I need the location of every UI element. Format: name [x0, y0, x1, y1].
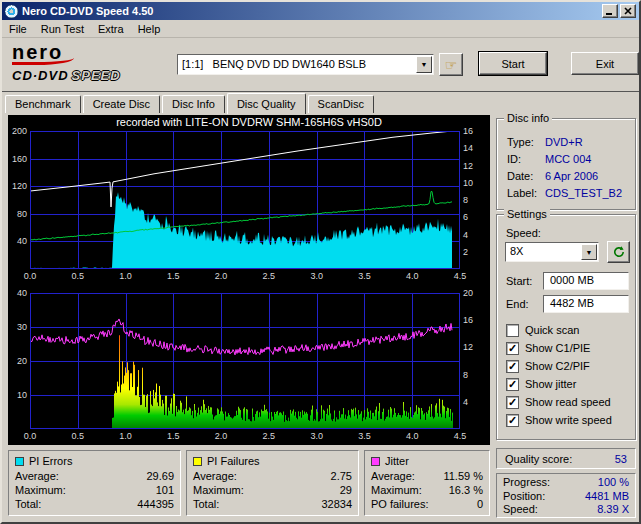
legend-row: PO failures:0 — [371, 497, 483, 511]
window-titlebar[interactable]: Nero CD-DVD Speed 4.50 — [2, 2, 639, 20]
disc-info-value: DVD+R — [545, 135, 583, 149]
pi-failures-legend: PI Failures Average:2.75 Maximum:29 Tota… — [186, 450, 359, 516]
pif-x-axis: 0.00.51.01.52.02.53.03.54.04.5 — [30, 432, 460, 443]
legend-value: 444395 — [137, 497, 174, 511]
legend-row: Total:444395 — [15, 497, 174, 511]
close-icon — [624, 7, 632, 15]
pointer-hand-icon: ☞ — [445, 57, 458, 73]
checkbox-mark[interactable]: ✓ — [506, 414, 519, 427]
legend-label: Average: — [15, 469, 59, 483]
minimize-icon — [606, 7, 614, 15]
legend-row: Average:29.69 — [15, 469, 174, 483]
refresh-speed-button[interactable] — [607, 241, 630, 263]
checkbox-label: Show read speed — [525, 396, 611, 408]
y-right-tick-label: 14 — [463, 144, 473, 153]
menu-item-help[interactable]: Help — [131, 21, 168, 37]
checkbox-show-read-speed[interactable]: ✓ Show read speed — [506, 395, 611, 409]
checkbox-mark[interactable]: ✓ — [506, 342, 519, 355]
checkbox-show-c2-pif[interactable]: ✓ Show C2/PIF — [506, 359, 590, 373]
legend-value: 101 — [156, 483, 174, 497]
window-title: Nero CD-DVD Speed 4.50 — [22, 5, 600, 17]
legend-row: Total:32834 — [193, 497, 352, 511]
y-right-tick-label: 16 — [463, 316, 473, 325]
menu-item-run-test[interactable]: Run Test — [34, 21, 91, 37]
checkbox-mark[interactable] — [506, 324, 519, 337]
quality-score-label: Quality score: — [505, 453, 572, 465]
checkbox-show-jitter[interactable]: ✓ Show jitter — [506, 377, 576, 391]
close-button[interactable] — [620, 4, 636, 18]
x-tick-label: 1.5 — [164, 272, 182, 281]
pi-failures-swatch — [193, 457, 202, 466]
drive-control-button[interactable]: ☞ — [439, 53, 463, 76]
legend-row: Average:11.59 % — [371, 469, 483, 483]
checkbox-label: Show jitter — [525, 378, 576, 390]
speed-row: Speed:8.39 X — [503, 503, 629, 517]
drive-select-value: [1:1] BENQ DVD DD DW1640 BSLB — [182, 58, 366, 70]
x-tick-label: 0.0 — [21, 272, 39, 281]
speed-logo-text: SPEED — [72, 68, 121, 83]
y-right-tick-label: 2 — [463, 248, 468, 257]
legend-title: Jitter — [385, 454, 409, 469]
checkbox-show-write-speed[interactable]: ✓ Show write speed — [506, 413, 612, 427]
speed-label: Speed: — [503, 503, 538, 517]
y-right-tick-label: 4 — [463, 231, 468, 240]
progress-value: 100 % — [598, 476, 629, 490]
tab-disc-quality[interactable]: Disc Quality — [227, 93, 306, 114]
speed-select[interactable]: 8X ▼ — [505, 242, 599, 262]
checkbox-mark[interactable]: ✓ — [506, 360, 519, 373]
y-right-tick-label: 8 — [463, 196, 468, 205]
x-tick-label: 3.5 — [355, 272, 373, 281]
menu-item-extra[interactable]: Extra — [91, 21, 131, 37]
legend-value: 0 — [477, 497, 483, 511]
pif-y-right-axis: 20161284 — [460, 293, 484, 429]
disc-info-row: Label:CDS_TEST_B2 — [507, 186, 622, 200]
quality-score-box: Quality score: 53 — [496, 448, 636, 469]
y-left-tick-label: 200 — [12, 127, 27, 136]
drive-select[interactable]: [1:1] BENQ DVD DD DW1640 BSLB ▼ — [177, 54, 434, 75]
x-tick-label: 2.0 — [212, 272, 230, 281]
menu-item-file[interactable]: File — [2, 21, 34, 37]
checkbox-mark[interactable]: ✓ — [506, 378, 519, 391]
pi-errors-canvas — [30, 131, 460, 269]
disc-info-value: MCC 004 — [545, 152, 591, 166]
checkbox-label: Show C2/PIF — [525, 360, 590, 372]
tab-benchmark[interactable]: Benchmark — [5, 95, 81, 113]
chevron-down-icon[interactable]: ▼ — [416, 56, 432, 73]
y-left-tick-label: 120 — [12, 182, 27, 191]
y-left-tick-label: 40 — [17, 289, 27, 298]
start-button-label: Start — [501, 58, 524, 70]
x-tick-label: 0.5 — [69, 432, 87, 441]
checkbox-quick-scan[interactable]: Quick scan — [506, 323, 579, 337]
exit-button[interactable]: Exit — [571, 52, 639, 75]
tab-create-disc[interactable]: Create Disc — [83, 95, 160, 113]
tab-disc-info[interactable]: Disc Info — [162, 95, 225, 113]
x-tick-label: 3.5 — [355, 432, 373, 441]
cdvd-logo-text: CD·DVD — [12, 68, 69, 83]
pif-jitter-canvas — [30, 293, 460, 429]
jitter-legend: Jitter Average:11.59 % Maximum:16.3 % PO… — [364, 450, 490, 516]
checkbox-show-c1-pie[interactable]: ✓ Show C1/PIE — [506, 341, 590, 355]
minimize-button[interactable] — [602, 4, 618, 18]
y-left-tick-label: 160 — [12, 155, 27, 164]
tab-scandisc[interactable]: ScanDisc — [308, 95, 374, 113]
start-position-field[interactable]: 0000 MB — [543, 272, 629, 290]
legend-label: Average: — [193, 469, 237, 483]
pi-errors-x-axis: 0.00.51.01.52.02.53.03.54.04.5 — [30, 272, 460, 283]
settings-group: Settings Speed: 8X ▼ Start: 0000 MB End:… — [496, 214, 636, 440]
checkbox-mark[interactable]: ✓ — [506, 396, 519, 409]
legend-label: Maximum: — [193, 483, 244, 497]
y-right-tick-label: 4 — [463, 398, 468, 407]
start-button[interactable]: Start — [479, 52, 547, 75]
speed-select-value: 8X — [510, 245, 523, 257]
legend-value: 29 — [340, 483, 352, 497]
legend-label: Total: — [193, 497, 219, 511]
chevron-down-icon[interactable]: ▼ — [581, 244, 597, 260]
y-left-tick-label: 30 — [17, 323, 27, 332]
x-tick-label: 4.5 — [451, 432, 469, 441]
x-tick-label: 4.5 — [451, 272, 469, 281]
nero-logo: nero CD·DVDSPEED — [12, 42, 162, 83]
progress-label: Progress: — [503, 476, 550, 490]
nero-logo-text: nero — [12, 42, 162, 62]
pif-y-left-axis: 40302010 — [9, 293, 28, 429]
end-position-field[interactable]: 4482 MB — [543, 295, 629, 313]
